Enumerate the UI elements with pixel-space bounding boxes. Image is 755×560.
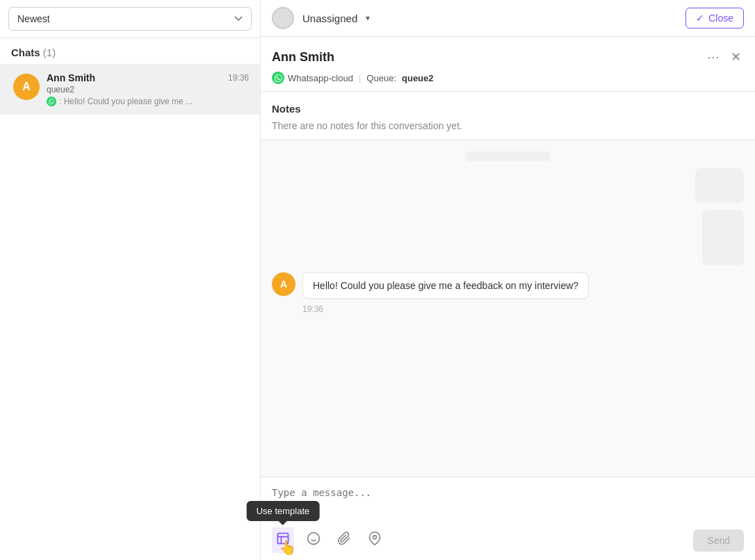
notes-title: Notes bbox=[272, 103, 744, 115]
chat-name: Ann Smith bbox=[47, 72, 95, 83]
right-panel: Unassigned ▾ ✓ Close Ann Smith ⋯ ✕ Whats… bbox=[261, 0, 755, 560]
chat-item[interactable]: A Ann Smith 19:36 queue2 : Hello! Could … bbox=[0, 64, 260, 115]
chat-time: 19:36 bbox=[228, 73, 249, 83]
ghost-bubble bbox=[695, 168, 744, 203]
chats-label: Chats bbox=[11, 47, 40, 58]
close-label: Close bbox=[708, 13, 733, 24]
channel-name: Whatsapp-cloud bbox=[288, 73, 353, 83]
top-bar: Unassigned ▾ ✓ Close bbox=[261, 0, 755, 37]
chat-name-row: Ann Smith 19:36 bbox=[47, 72, 249, 83]
avatar: A bbox=[13, 74, 40, 100]
ghost-row-1 bbox=[272, 151, 744, 161]
message-row: A Hello! Could you please give me a feed… bbox=[272, 272, 744, 299]
emoji-button[interactable] bbox=[302, 527, 325, 553]
assignee-avatar bbox=[272, 7, 294, 29]
conv-meta: Whatsapp-cloud | Queue: queue2 bbox=[272, 72, 744, 84]
more-options-icon[interactable]: ⋯ bbox=[704, 47, 722, 67]
notes-section: Notes There are no notes for this conver… bbox=[261, 92, 755, 140]
chats-header: Chats (1) bbox=[0, 38, 260, 64]
conv-actions: ⋯ ✕ bbox=[704, 47, 744, 67]
location-button[interactable] bbox=[364, 527, 386, 553]
avatar-inner bbox=[273, 8, 293, 28]
ghost-bar bbox=[466, 151, 550, 161]
message-avatar: A bbox=[272, 272, 295, 296]
send-button[interactable]: Send bbox=[693, 529, 744, 552]
input-area: Use template 👆 bbox=[261, 477, 755, 560]
check-icon: ✓ bbox=[696, 13, 704, 24]
ghost-right-1 bbox=[272, 168, 744, 203]
left-panel: Newest Oldest Unread Chats (1) A Ann Smi… bbox=[0, 0, 261, 560]
queue-value: queue2 bbox=[402, 73, 434, 83]
channel-tag: Whatsapp-cloud bbox=[272, 72, 353, 84]
whatsapp-circle-icon bbox=[272, 72, 284, 84]
meta-divider: | bbox=[359, 73, 361, 83]
input-toolbar: Use template 👆 bbox=[261, 522, 755, 560]
chat-queue: queue2 bbox=[47, 85, 249, 94]
message-time: 19:36 bbox=[272, 304, 744, 314]
use-template-tooltip: Use template bbox=[247, 501, 320, 521]
close-icon[interactable]: ✕ bbox=[728, 47, 744, 67]
message-input[interactable] bbox=[261, 477, 755, 519]
ghost-right-2 bbox=[272, 210, 744, 265]
whatsapp-icon bbox=[47, 97, 56, 106]
conv-name-row: Ann Smith ⋯ ✕ bbox=[272, 47, 744, 67]
chats-count: (1) bbox=[43, 47, 56, 58]
message-bubble: Hello! Could you please give me a feedba… bbox=[302, 272, 589, 299]
ghost-bubble bbox=[702, 210, 744, 265]
svg-point-6 bbox=[373, 536, 377, 539]
use-template-button[interactable]: 👆 bbox=[272, 527, 294, 553]
chevron-down-icon[interactable]: ▾ bbox=[366, 13, 370, 23]
queue-label: Queue: bbox=[366, 73, 396, 83]
notes-empty-text: There are no notes for this conversation… bbox=[272, 120, 744, 131]
chat-preview: : Hello! Could you please give me ... bbox=[47, 97, 249, 106]
contact-name: Ann Smith bbox=[272, 50, 334, 65]
close-button[interactable]: ✓ Close bbox=[685, 8, 744, 28]
filter-select[interactable]: Newest Oldest Unread bbox=[8, 7, 252, 31]
cursor-pointer: 👆 bbox=[279, 539, 296, 556]
conversation-header: Ann Smith ⋯ ✕ Whatsapp-cloud | Queue: qu… bbox=[261, 37, 755, 92]
message-text: Hello! Could you please give me a feedba… bbox=[313, 280, 578, 291]
chat-info: Ann Smith 19:36 queue2 : Hello! Could yo… bbox=[47, 72, 249, 106]
attachment-button[interactable] bbox=[333, 527, 355, 553]
chat-area[interactable]: A Hello! Could you please give me a feed… bbox=[261, 140, 755, 477]
chat-list: A Ann Smith 19:36 queue2 : Hello! Could … bbox=[0, 64, 260, 560]
template-button-container: Use template 👆 bbox=[272, 527, 294, 553]
unassigned-label: Unassigned bbox=[302, 13, 357, 24]
chat-preview-text: : Hello! Could you please give me ... bbox=[59, 97, 193, 106]
svg-point-3 bbox=[308, 533, 320, 545]
filter-bar: Newest Oldest Unread bbox=[0, 0, 260, 38]
